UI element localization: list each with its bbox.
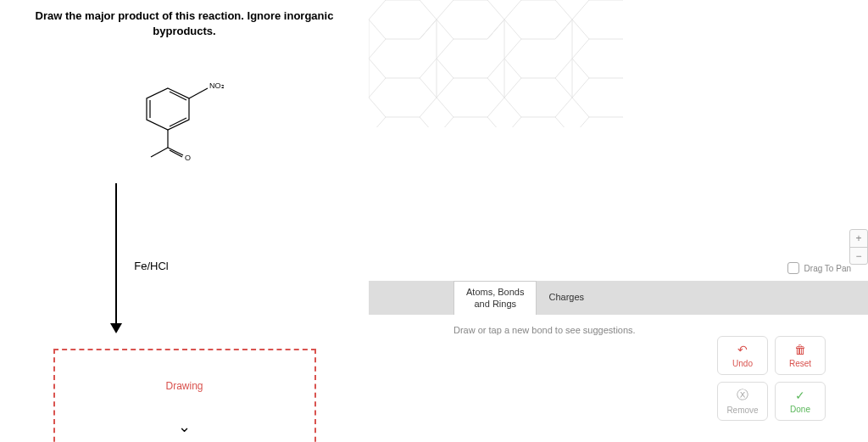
- reagent-label: Fe/HCl: [134, 260, 168, 272]
- reaction-arrow-row: Fe/HCl: [115, 183, 168, 332]
- question-text: Draw the major product of this reaction.…: [25, 8, 343, 39]
- reset-button[interactable]: 🗑 Reset: [775, 336, 826, 375]
- drawing-label: Drawing: [165, 380, 203, 392]
- reactant-molecule: NO₂ O: [130, 73, 240, 166]
- undo-icon: ↶: [737, 343, 748, 356]
- drawing-dropzone[interactable]: Drawing ⌄: [53, 349, 316, 442]
- svg-line-4: [189, 88, 208, 98]
- zoom-out-button[interactable]: −: [850, 247, 867, 264]
- tab-atoms-bonds-rings[interactable]: Atoms, Bonds and Rings: [453, 281, 537, 315]
- question-panel: Draw the major product of this reaction.…: [0, 0, 369, 442]
- zoom-in-button[interactable]: +: [850, 230, 867, 247]
- tab-charges[interactable]: Charges: [537, 281, 596, 315]
- no2-label: NO₂: [209, 81, 225, 90]
- zoom-control: + −: [849, 229, 868, 265]
- done-button[interactable]: ✓ Done: [775, 382, 826, 421]
- o-label: O: [185, 154, 191, 162]
- canvas-hint: Draw or tap a new bond to see suggestion…: [369, 315, 868, 335]
- undo-button[interactable]: ↶ Undo: [717, 336, 768, 375]
- remove-button[interactable]: ⓧ Remove: [717, 382, 768, 421]
- bottom-area: Draw or tap a new bond to see suggestion…: [369, 315, 868, 442]
- svg-line-7: [168, 148, 183, 155]
- chevron-down-icon[interactable]: ⌄: [178, 417, 191, 436]
- drawing-canvas[interactable]: Drag To Pan + −: [369, 0, 868, 281]
- tool-tabs: Atoms, Bonds and Rings Charges: [369, 281, 868, 315]
- drag-to-pan-hint: Drag To Pan: [787, 262, 851, 274]
- chemistry-block: NO₂ O Fe/HCl Drawing ⌄: [25, 73, 343, 442]
- svg-rect-9: [369, 0, 623, 127]
- hex-grid-background: [369, 0, 623, 127]
- svg-line-6: [151, 148, 168, 157]
- editor-panel: Drag To Pan + − Atoms, Bonds and Rings C…: [369, 0, 868, 442]
- action-buttons: ↶ Undo 🗑 Reset ⓧ Remove ✓ Done: [717, 336, 826, 421]
- svg-marker-0: [147, 88, 189, 130]
- hand-icon: [787, 262, 799, 274]
- remove-icon: ⓧ: [737, 388, 748, 403]
- check-icon: ✓: [795, 389, 805, 402]
- trash-icon: 🗑: [794, 343, 806, 356]
- reaction-arrow-icon: [115, 183, 117, 332]
